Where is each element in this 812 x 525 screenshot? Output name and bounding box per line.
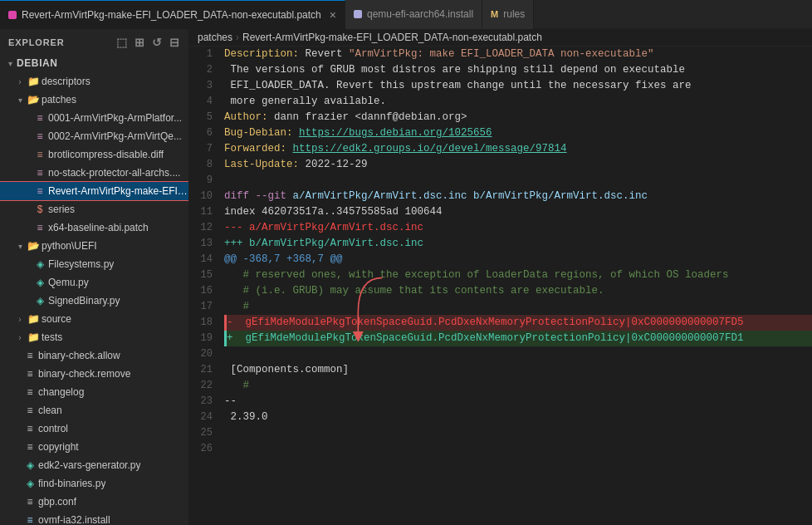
editor-area: patches › Revert-ArmVirtPkg-make-EFI_LOA… [189, 29, 812, 525]
code-lines[interactable]: Description: Revert "ArmVirtPkg: make EF… [221, 47, 812, 525]
collapse-button[interactable]: ⊟ [168, 34, 182, 51]
code-line-8: Last-Update: 2022-12-29 [224, 157, 812, 173]
main-area: EXPLORER ⬚ ⊞ ↺ ⊟ ▾ DEBIAN › 📁 descriptor… [0, 29, 812, 525]
line-num: 26 [198, 441, 213, 457]
line-num: 1 [198, 47, 213, 62]
line-num: 19 [198, 331, 213, 346]
sidebar-item-source[interactable]: › 📁 source [0, 310, 188, 328]
code-line-12: --- a/ArmVirtPkg/ArmVirt.dsc.inc [224, 220, 812, 236]
code-line-3: EFI_LOADER_DATA. Revert this upstream ch… [224, 78, 812, 94]
code-line-17: # [224, 299, 812, 315]
tab-close-button[interactable]: × [330, 9, 336, 21]
section-label: DEBIAN [17, 57, 58, 69]
sidebar-item-label: 0002-ArmVirtPkg-ArmVirtQe... [48, 130, 182, 142]
sidebar-section-debian[interactable]: ▾ DEBIAN [0, 54, 188, 72]
folder-icon: 📁 [27, 76, 40, 87]
line-num: 18 [198, 315, 213, 331]
code-line-14: @@ -368,7 +368,7 @@ [224, 252, 812, 267]
diff-icon: ≡ [33, 149, 46, 160]
sidebar-item-tests[interactable]: › 📁 tests [0, 328, 188, 346]
line-num: 9 [198, 173, 213, 189]
sidebar-item-changelog[interactable]: ≡ changelog [0, 383, 188, 401]
line-num: 12 [198, 220, 213, 236]
sidebar-item-control[interactable]: ≡ control [0, 420, 188, 438]
sidebar-item-nostack[interactable]: ≡ no-stack-protector-all-archs.... [0, 164, 188, 182]
line-num: 4 [198, 94, 213, 110]
folder-arrow: › [13, 333, 27, 342]
sidebar-header: EXPLORER ⬚ ⊞ ↺ ⊟ [0, 29, 188, 54]
line-num: 3 [198, 78, 213, 94]
sidebar-item-gbpconf[interactable]: ≡ gbp.conf [0, 493, 188, 511]
folder-arrow: ▾ [13, 96, 27, 105]
line-num: 24 [198, 410, 213, 425]
sidebar-item-python-uefi[interactable]: ▾ 📂 python\UEFI [0, 237, 188, 255]
sidebar-item-series[interactable]: $ series [0, 200, 188, 218]
line-num: 10 [198, 189, 213, 204]
tab-install-label: qemu-efi-aarch64.install [367, 8, 473, 20]
code-line-1: Description: Revert "ArmVirtPkg: make EF… [224, 47, 812, 62]
py-icon: ◈ [33, 295, 46, 307]
line-num: 7 [198, 141, 213, 157]
code-line-18: - gEfiMdeModulePkgTokenSpaceGuid.PcdDxeN… [224, 315, 812, 331]
sidebar-item-label: find-binaries.py [38, 478, 105, 489]
sidebar-item-patches[interactable]: ▾ 📂 patches [0, 91, 188, 109]
breadcrumb: patches › Revert-ArmVirtPkg-make-EFI_LOA… [189, 29, 812, 47]
patch-icon: ≡ [33, 130, 46, 142]
code-line-24: 2.39.0 [224, 410, 812, 425]
dollar-icon: $ [33, 204, 46, 215]
sidebar-title: EXPLORER [8, 37, 65, 47]
code-line-7: Forwarded: https://edk2.groups.io/g/deve… [224, 141, 812, 157]
editor-content[interactable]: 1 2 3 4 5 6 7 8 9 10 11 12 13 14 15 16 1 [189, 47, 812, 525]
file-icon: ≡ [23, 405, 37, 416]
code-line-15: # reserved ones, with the exception of L… [224, 267, 812, 283]
sidebar-item-label: descriptors [42, 76, 90, 87]
code-line-26 [224, 441, 812, 457]
sidebar-item-0002[interactable]: ≡ 0002-ArmVirtPkg-ArmVirtQe... [0, 127, 188, 145]
line-num: 8 [198, 157, 213, 173]
sidebar-item-label: clean [38, 405, 62, 416]
new-file-button[interactable]: ⬚ [115, 34, 130, 51]
sidebar-item-revert[interactable]: ≡ Revert-ArmVirtPkg-make-EFI.... [0, 182, 188, 200]
sidebar-item-findbinaries[interactable]: ◈ find-binaries.py [0, 474, 188, 493]
sidebar-item-label: ovmf-ia32.install [38, 514, 110, 525]
tab-patch[interactable]: Revert-ArmVirtPkg-make-EFI_LOADER_DATA-n… [0, 0, 345, 29]
tab-install[interactable]: qemu-efi-aarch64.install [345, 0, 482, 29]
code-line-21: [Components.common] [224, 362, 812, 378]
new-folder-button[interactable]: ⊞ [133, 34, 147, 51]
sidebar-item-label: tests [42, 331, 62, 343]
tab-bar: Revert-ArmVirtPkg-make-EFI_LOADER_DATA-n… [0, 0, 812, 29]
breadcrumb-patches[interactable]: patches [198, 32, 232, 43]
folder-open-icon: 📂 [27, 240, 40, 252]
sidebar-item-descriptors[interactable]: › 📁 descriptors [0, 72, 188, 91]
line-num: 17 [198, 299, 213, 315]
patch-icon: ≡ [33, 112, 46, 124]
sidebar-item-brotli[interactable]: ≡ brotlicompress-disable.diff [0, 145, 188, 164]
sidebar-item-qemu[interactable]: ◈ Qemu.py [0, 273, 188, 292]
sidebar-item-label: copyright [38, 441, 79, 453]
refresh-button[interactable]: ↺ [150, 34, 164, 51]
install-file-icon [354, 10, 362, 18]
sidebar-item-binarycheck-remove[interactable]: ≡ binary-check.remove [0, 365, 188, 383]
sidebar-item-binarycheck-allow[interactable]: ≡ binary-check.allow [0, 346, 188, 365]
sidebar-item-edk2vars[interactable]: ◈ edk2-vars-generator.py [0, 456, 188, 474]
sidebar-item-copyright[interactable]: ≡ copyright [0, 438, 188, 456]
line-num: 25 [198, 425, 213, 441]
code-line-6: Bug-Debian: https://bugs.debian.org/1025… [224, 125, 812, 141]
sidebar-item-label: Qemu.py [48, 277, 89, 288]
sidebar-item-filesystems[interactable]: ◈ Filesystems.py [0, 255, 188, 273]
sidebar-item-x64[interactable]: ≡ x64-baseline-abi.patch [0, 218, 188, 237]
editor-wrapper: 1 2 3 4 5 6 7 8 9 10 11 12 13 14 15 16 1 [189, 47, 812, 525]
line-num: 16 [198, 283, 213, 299]
sidebar-item-clean[interactable]: ≡ clean [0, 401, 188, 420]
sidebar-item-label: x64-baseline-abi.patch [48, 222, 149, 233]
code-line-19: + gEfiMdeModulePkgTokenSpaceGuid.PcdDxeN… [224, 331, 812, 346]
sidebar-item-0001[interactable]: ≡ 0001-ArmVirtPkg-ArmPlatfor... [0, 109, 188, 127]
tab-patch-label: Revert-ArmVirtPkg-make-EFI_LOADER_DATA-n… [22, 9, 321, 21]
sidebar-item-label: binary-check.remove [38, 368, 130, 380]
sidebar-item-label: gbp.conf [38, 496, 76, 508]
sidebar-actions: ⬚ ⊞ ↺ ⊟ [115, 34, 182, 51]
sidebar-item-ovmfia32install[interactable]: ≡ ovmf-ia32.install [0, 511, 188, 525]
code-line-5: Author: dann frazier <dannf@debian.org> [224, 110, 812, 125]
tab-rules[interactable]: M rules [482, 0, 534, 29]
sidebar-item-signedbinary[interactable]: ◈ SignedBinary.py [0, 292, 188, 310]
